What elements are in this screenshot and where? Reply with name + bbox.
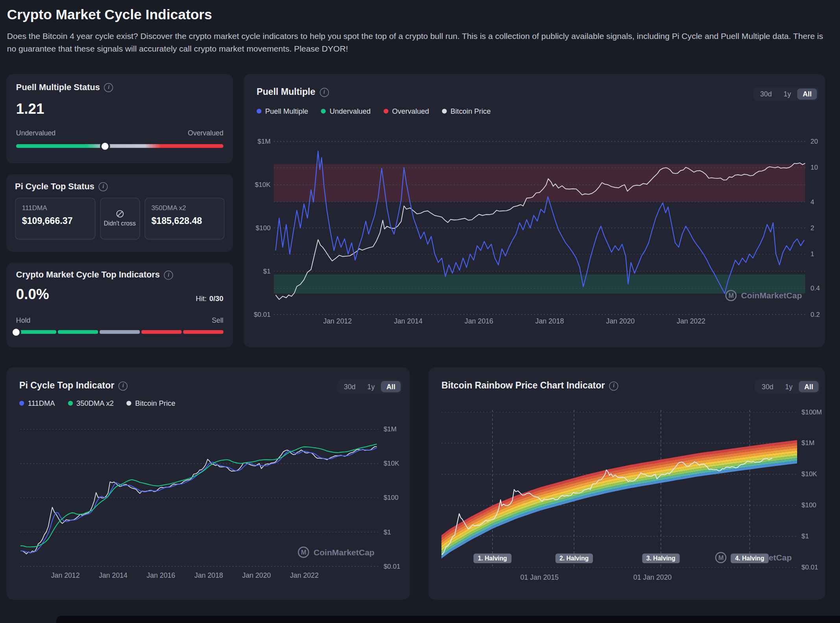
cross-status-text: Didn't cross bbox=[104, 220, 136, 228]
gauge-marker bbox=[102, 142, 109, 150]
gauge-label-undervalued: Undervalued bbox=[16, 129, 55, 137]
legend-item: Bitcoin Price bbox=[127, 399, 175, 407]
y-axis-tick-right: 0.2 bbox=[810, 311, 820, 318]
puell-status-value: 1.21 bbox=[16, 101, 44, 117]
time-range-selector: 30d1yAll bbox=[753, 87, 818, 102]
bitcoin-rainbow-chart[interactable]: $100M$1M$10K$100$1$0.0101 Jan 201501 Jan… bbox=[428, 368, 825, 600]
range-button-30d[interactable]: 30d bbox=[755, 89, 777, 100]
pi-chart-title: Pi Cycle Top Indicator bbox=[19, 381, 114, 391]
legend-item: Overvalued bbox=[384, 107, 429, 115]
info-icon[interactable]: i bbox=[118, 381, 127, 390]
crypto-cycle-dashboard: Crypto Market Cycle Indicators Does the … bbox=[0, 0, 840, 623]
info-icon[interactable]: i bbox=[319, 88, 329, 97]
x-axis-tick: Jan 2020 bbox=[242, 571, 271, 579]
y-axis-tick-left: $10K bbox=[255, 181, 271, 189]
puell-status-title: Puell Multiple Status bbox=[16, 83, 100, 92]
no-cross-icon bbox=[115, 210, 124, 218]
legend-dot-icon bbox=[321, 109, 326, 113]
y-axis-tick-left: $1 bbox=[263, 268, 271, 275]
info-icon[interactable]: i bbox=[609, 381, 618, 390]
pi-cycle-top-status-card: Pi Cycle Top Status i 111DMA $109,666.37… bbox=[6, 174, 233, 252]
y-axis-tick-right: 1 bbox=[810, 250, 814, 258]
y-axis-tick-right: 4 bbox=[810, 198, 814, 206]
overvalued-band bbox=[274, 164, 805, 202]
info-icon[interactable]: i bbox=[99, 182, 108, 191]
legend-dot-icon bbox=[127, 401, 131, 405]
dma350x2-line bbox=[20, 444, 377, 547]
x-axis-tick: Jan 2012 bbox=[323, 317, 352, 325]
cycle-top-gauge bbox=[16, 330, 223, 334]
gauge-label-sell: Sell bbox=[212, 316, 223, 324]
legend-dot-icon bbox=[257, 109, 261, 113]
range-button-all[interactable]: All bbox=[381, 381, 401, 392]
watermark-text: CoinMarketCap bbox=[314, 547, 375, 557]
x-axis-tick: Jan 2022 bbox=[290, 571, 319, 579]
y-axis-tick: $1 bbox=[801, 532, 809, 540]
range-button-1y[interactable]: 1y bbox=[778, 89, 796, 100]
x-axis-tick: Jan 2022 bbox=[677, 317, 705, 325]
y-axis-tick-right: 20 bbox=[810, 138, 818, 145]
range-button-30d[interactable]: 30d bbox=[756, 381, 779, 392]
legend-item: Puell Multiple bbox=[257, 107, 308, 115]
bitcoin-price-line bbox=[20, 447, 377, 554]
pi-cycle-chart-card: $1M$10K$100$1$0.01Jan 2012Jan 2014Jan 20… bbox=[6, 368, 410, 600]
hit-label: Hit: bbox=[196, 295, 207, 303]
puell-multiple-chart-card: $1M$10K$100$1$0.0120104210.40.2Jan 2012J… bbox=[244, 74, 825, 347]
dma111-box: 111DMA $109,666.37 bbox=[15, 198, 95, 239]
legend-dot-icon bbox=[68, 401, 72, 405]
y-axis-tick: $100 bbox=[801, 501, 816, 509]
page-description: Does the Bitcoin 4 year cycle exist? Dis… bbox=[7, 30, 826, 55]
gauge-marker bbox=[13, 329, 20, 336]
range-button-all[interactable]: All bbox=[798, 89, 817, 100]
coinmarketcap-logo-icon: M bbox=[715, 552, 727, 563]
legend-label: Undervalued bbox=[330, 107, 371, 115]
dma111-label: 111DMA bbox=[22, 204, 88, 212]
dma350-label: 350DMA x2 bbox=[151, 204, 218, 212]
y-axis-tick-right: 10 bbox=[810, 164, 818, 171]
info-icon[interactable]: i bbox=[104, 83, 113, 92]
y-axis-tick: $100 bbox=[384, 494, 399, 501]
coinmarketcap-logo-icon: M bbox=[298, 547, 309, 558]
bottom-bar bbox=[56, 616, 840, 623]
y-axis-tick: $1M bbox=[801, 439, 814, 447]
time-range-selector: 30d1yAll bbox=[755, 379, 820, 394]
time-range-selector: 30d1yAll bbox=[337, 379, 402, 394]
x-axis-tick: Jan 2018 bbox=[194, 571, 223, 579]
legend-label: 111DMA bbox=[28, 399, 55, 407]
dma350-value: $185,628.48 bbox=[151, 216, 218, 227]
range-button-30d[interactable]: 30d bbox=[338, 381, 361, 392]
legend-label: Puell Multiple bbox=[265, 107, 308, 115]
y-axis-tick: $100M bbox=[801, 409, 822, 416]
puell-chart-legend: Puell MultipleUndervaluedOvervaluedBitco… bbox=[257, 107, 491, 115]
puell-chart-title: Puell Multiple bbox=[257, 87, 315, 98]
legend-item: Undervalued bbox=[321, 107, 371, 115]
gauge-label-hold: Hold bbox=[16, 316, 30, 324]
x-axis-tick: Jan 2014 bbox=[99, 571, 127, 579]
x-axis-tick: Jan 2020 bbox=[606, 317, 635, 325]
y-axis-tick-left: $100 bbox=[256, 224, 271, 232]
gauge-segment bbox=[16, 330, 56, 334]
coinmarketcap-watermark: M CoinMarketCap bbox=[715, 552, 792, 563]
coinmarketcap-watermark: M CoinMarketCap bbox=[726, 290, 802, 301]
rainbow-chart-card: $100M$1M$10K$100$1$0.0101 Jan 201501 Jan… bbox=[428, 368, 825, 600]
dma111-value: $109,666.37 bbox=[22, 216, 88, 227]
range-button-all[interactable]: All bbox=[799, 381, 819, 392]
cycle-top-value: 0.0% bbox=[16, 286, 49, 303]
watermark-text: CoinMarketCap bbox=[741, 291, 802, 301]
cycle-top-indicators-card: Crypto Market Cycle Top Indicators i 0.0… bbox=[6, 263, 233, 347]
gauge-label-overvalued: Overvalued bbox=[188, 129, 223, 137]
hit-value: 0/30 bbox=[209, 295, 223, 303]
legend-label: 350DMA x2 bbox=[76, 399, 114, 407]
y-axis-tick: $10K bbox=[384, 460, 399, 467]
y-axis-tick-right: 0.4 bbox=[810, 285, 820, 292]
y-axis-tick: $10K bbox=[801, 470, 817, 478]
info-icon[interactable]: i bbox=[164, 270, 173, 279]
cycle-top-title: Crypto Market Cycle Top Indicators bbox=[16, 270, 160, 280]
gauge-segment bbox=[183, 330, 223, 334]
legend-dot-icon bbox=[442, 109, 447, 113]
range-button-1y[interactable]: 1y bbox=[362, 381, 380, 392]
y-axis-tick: $0.01 bbox=[801, 564, 818, 571]
range-button-1y[interactable]: 1y bbox=[780, 381, 798, 392]
x-axis-tick: Jan 2018 bbox=[535, 317, 564, 325]
legend-dot-icon bbox=[384, 109, 388, 113]
